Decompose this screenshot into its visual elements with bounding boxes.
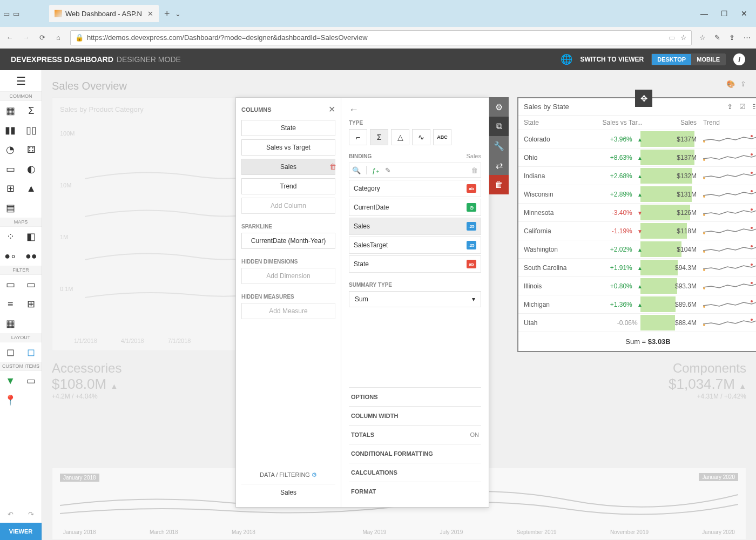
column-trend[interactable]: Trend [241, 178, 335, 194]
table-row[interactable]: California-1.19% ▼$118M [518, 222, 756, 240]
back-icon[interactable]: ← [5, 33, 14, 42]
reader-icon[interactable]: ▭ [669, 33, 675, 42]
window-minimize-icon[interactable]: ― [700, 9, 708, 18]
trash-icon[interactable]: 🗑 [471, 166, 478, 174]
card-tool-icon[interactable]: ▭ [0, 159, 21, 179]
window-maximize-icon[interactable]: ☐ [721, 9, 728, 18]
config-tab-sales[interactable]: Sales [241, 484, 335, 501]
undo-icon[interactable]: ↶ [8, 510, 14, 518]
table-row[interactable]: Washington+2.02% ▲$104M [518, 240, 756, 259]
gauge-tool-icon[interactable]: ◐ [21, 159, 42, 179]
list-filter-icon[interactable]: ≡ [0, 294, 21, 314]
type-delta-icon[interactable]: △ [391, 129, 409, 145]
binding-item-sales[interactable]: Sales.25 [349, 218, 481, 235]
convert-icon[interactable]: ⇄ [489, 156, 509, 175]
favorites-icon[interactable]: ☆ [699, 33, 706, 42]
binding-item-salestarget[interactable]: SalesTarget.25 [349, 237, 481, 254]
menu-icon[interactable]: ☰ [0, 70, 42, 92]
binding-item-category[interactable]: Categoryab [349, 180, 481, 197]
desktop-toggle[interactable]: DESKTOP [652, 54, 691, 65]
star-icon[interactable]: ☆ [680, 33, 687, 42]
sparkline-item[interactable]: CurrentDate (Month-Year) [241, 233, 335, 249]
accordion-options[interactable]: OPTIONS [349, 387, 481, 406]
close-icon[interactable]: ✕ [147, 10, 153, 18]
scatter-map-icon[interactable]: ⁘ [0, 227, 21, 246]
url-input[interactable]: 🔒 https://demos.devexpress.com/Dashboard… [70, 30, 692, 45]
tabs-icon[interactable]: ▭ [3, 10, 10, 18]
export-icon[interactable]: ⇪ [727, 103, 733, 111]
chevron-down-icon[interactable]: ⌄ [175, 10, 181, 18]
pin-icon[interactable]: 📍 [0, 390, 21, 410]
layers-icon[interactable]: ⧉ [489, 117, 509, 136]
dice-tool-icon[interactable]: ⚃ [21, 140, 42, 159]
type-measure-icon[interactable]: Σ [370, 129, 388, 145]
mobile-toggle[interactable]: MOBILE [691, 54, 725, 65]
window-close-icon[interactable]: ✕ [741, 9, 747, 18]
search-icon[interactable]: 🔍 [352, 166, 361, 174]
table-row[interactable]: Utah-0.06% $88.4M [518, 314, 756, 332]
binding-item-state[interactable]: Stateab [349, 255, 481, 273]
card-components[interactable]: Components $1,034.7M ▲ +4.31M / +0.42% [617, 361, 746, 400]
add-column-button[interactable]: Add Column [241, 198, 335, 214]
export-icon[interactable]: ⇪ [740, 80, 746, 88]
redo-icon[interactable]: ↷ [28, 510, 34, 518]
table-row[interactable]: Michigan+1.36% ▲$89.6M [518, 295, 756, 314]
browser-tab[interactable]: Web Dashboard - ASP.N ✕ [49, 5, 159, 22]
group-icon[interactable]: ◻ [0, 342, 21, 362]
more-icon[interactable]: ⋯ [744, 33, 751, 42]
text-tool-icon[interactable]: ▤ [0, 198, 21, 218]
column-state[interactable]: State [241, 120, 335, 136]
table-row[interactable]: Indiana+2.68% ▲$132M [518, 167, 756, 185]
tree-filter-icon[interactable]: ⊞ [21, 294, 42, 314]
tabs-icon-2[interactable]: ▭ [13, 10, 19, 18]
share-icon[interactable]: ⇪ [729, 33, 735, 42]
accordion-format[interactable]: FORMAT [349, 482, 481, 501]
column-sales[interactable]: Sales [241, 159, 335, 175]
accordion-column-width[interactable]: COLUMN WIDTH [349, 406, 481, 425]
pie-map-icon[interactable]: ●● [21, 246, 42, 266]
back-icon[interactable]: ← [349, 104, 481, 116]
add-dimension-button[interactable]: Add Dimension [241, 268, 335, 284]
fx-add-icon[interactable]: ƒ₊ [372, 166, 380, 174]
tab-container-icon[interactable]: ◻ [21, 342, 42, 362]
combo-filter-icon[interactable]: ▭ [21, 275, 42, 294]
column-sales-vs-target[interactable]: Sales vs Target [241, 139, 335, 156]
accordion-conditional-formatting[interactable]: CONDITIONAL FORMATTING [349, 444, 481, 463]
map-layers-icon[interactable]: ◧ [21, 227, 42, 246]
grid-tool-icon[interactable]: ▦ [0, 101, 21, 120]
custom-doc-icon[interactable]: ▭ [21, 371, 42, 390]
bubble-map-icon[interactable]: ●∘ [0, 246, 21, 266]
switch-to-viewer-button[interactable]: SWITCH TO VIEWER [580, 56, 644, 63]
table-row[interactable]: Minnesota-3.40% ▼$126M [518, 204, 756, 222]
tree-tool-icon[interactable]: ⊞ [0, 179, 21, 198]
add-measure-button[interactable]: Add Measure [241, 303, 335, 319]
multiselect-icon[interactable]: ☑ [739, 103, 746, 111]
table-row[interactable]: Wisconsin+2.89% ▲$131M [518, 185, 756, 204]
settings-icon[interactable]: ⚙ [489, 97, 509, 117]
viewer-button[interactable]: VIEWER [0, 523, 42, 540]
close-icon[interactable]: ✕ [328, 104, 335, 114]
table-row[interactable]: Ohio+8.63% ▲$137M [518, 148, 756, 167]
summary-type-select[interactable]: Sum▾ [349, 291, 481, 307]
image-tool-icon[interactable]: ▲ [21, 179, 42, 198]
funnel-icon[interactable]: ▼ [0, 371, 21, 390]
sigma-tool-icon[interactable]: Σ [21, 101, 42, 120]
home-icon[interactable]: ⌂ [54, 33, 63, 42]
type-dimension-icon[interactable]: ⌐ [349, 129, 367, 145]
globe-icon[interactable]: 🌐 [561, 53, 572, 65]
palette-icon[interactable]: 🎨 [726, 80, 735, 88]
card-accessories[interactable]: Accessories $108.0M ▲ +4.2M / +4.04% [52, 361, 181, 400]
accordion-calculations[interactable]: CALCULATIONS [349, 463, 481, 482]
table-row[interactable]: Colorado+3.96% ▲$137M [518, 130, 756, 148]
wrench-icon[interactable]: 🔧 [489, 136, 509, 156]
filter-icon[interactable]: ☷ [752, 103, 756, 111]
table-row[interactable]: South Carolina+1.91% ▲$94.3M [518, 259, 756, 277]
range-filter-icon[interactable]: ▭ [0, 275, 21, 294]
trash-icon[interactable]: 🗑 [329, 163, 336, 171]
edit-icon[interactable]: ✎ [385, 166, 391, 174]
device-toggle[interactable]: DESKTOP MOBILE [651, 53, 726, 65]
bar-chart-tool-icon[interactable]: ▮▮ [0, 120, 21, 140]
refresh-icon[interactable]: ⟳ [38, 33, 46, 42]
date-filter-icon[interactable]: ▦ [0, 314, 21, 333]
type-spark-icon[interactable]: ∿ [412, 129, 430, 145]
